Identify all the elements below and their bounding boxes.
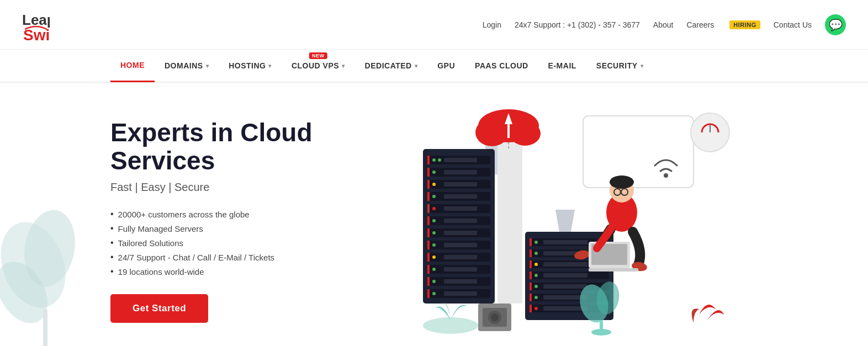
svg-rect-21 bbox=[444, 158, 477, 162]
nav-paas-cloud[interactable]: PAAS CLOUD bbox=[465, 49, 538, 82]
svg-marker-13 bbox=[555, 210, 575, 232]
whatsapp-icon: 💬 bbox=[829, 18, 843, 31]
nav-domains[interactable]: DOMAINS ▾ bbox=[155, 49, 219, 82]
whatsapp-button[interactable]: 💬 bbox=[825, 14, 846, 35]
about-link[interactable]: About bbox=[653, 20, 674, 29]
svg-point-74 bbox=[534, 252, 538, 255]
svg-rect-69 bbox=[530, 238, 532, 246]
svg-rect-65 bbox=[444, 291, 477, 296]
hiring-badge: HIRING bbox=[729, 20, 760, 29]
svg-point-86 bbox=[534, 285, 538, 288]
svg-point-56 bbox=[432, 268, 436, 271]
svg-rect-45 bbox=[444, 231, 477, 235]
svg-rect-85 bbox=[530, 283, 532, 290]
svg-rect-53 bbox=[444, 255, 477, 259]
svg-point-48 bbox=[432, 243, 436, 247]
logo[interactable]: Leap Switch bbox=[22, 8, 50, 41]
chevron-down-icon: ▾ bbox=[268, 63, 272, 69]
svg-rect-5 bbox=[43, 309, 47, 346]
svg-rect-29 bbox=[444, 182, 477, 187]
svg-point-107 bbox=[610, 175, 634, 189]
svg-rect-41 bbox=[444, 219, 477, 223]
bullet-item: Fully Managed Servers bbox=[110, 223, 387, 233]
svg-rect-59 bbox=[427, 277, 430, 286]
svg-point-70 bbox=[534, 241, 538, 244]
svg-rect-7 bbox=[583, 116, 694, 188]
svg-rect-115 bbox=[589, 268, 638, 272]
nav-cloud-vps[interactable]: NEW CLOUD VPS ▾ bbox=[282, 49, 355, 82]
chevron-down-icon: ▾ bbox=[641, 63, 644, 69]
svg-point-102 bbox=[510, 121, 541, 146]
svg-rect-27 bbox=[427, 180, 430, 189]
chevron-down-icon: ▾ bbox=[415, 63, 418, 69]
svg-rect-89 bbox=[530, 294, 532, 301]
svg-point-52 bbox=[432, 255, 436, 259]
nav-home[interactable]: HOME bbox=[110, 49, 155, 82]
svg-rect-93 bbox=[530, 305, 532, 312]
svg-rect-61 bbox=[444, 279, 477, 284]
svg-rect-43 bbox=[427, 228, 430, 237]
svg-point-40 bbox=[432, 219, 436, 222]
svg-rect-23 bbox=[427, 168, 430, 177]
svg-rect-77 bbox=[530, 260, 532, 268]
main-nav: HOME DOMAINS ▾ HOSTING ▾ NEW CLOUD VPS ▾… bbox=[0, 50, 868, 83]
svg-rect-51 bbox=[427, 253, 430, 262]
bullet-item: Tailored Solutions bbox=[110, 238, 387, 248]
svg-point-78 bbox=[534, 263, 538, 266]
chevron-down-icon: ▾ bbox=[342, 63, 345, 69]
svg-rect-73 bbox=[530, 249, 532, 257]
bullet-item: 24/7 Support - Chat / Call / E-Mail / Ti… bbox=[110, 252, 387, 262]
svg-point-64 bbox=[432, 292, 436, 295]
svg-rect-18 bbox=[427, 156, 430, 164]
svg-point-36 bbox=[432, 207, 436, 210]
hero-content: Experts in Cloud Services Fast | Easy | … bbox=[110, 119, 387, 323]
svg-rect-33 bbox=[444, 194, 477, 199]
svg-rect-63 bbox=[427, 289, 430, 298]
chevron-down-icon: ▾ bbox=[206, 63, 209, 69]
svg-point-101 bbox=[475, 119, 509, 146]
svg-point-60 bbox=[432, 280, 436, 283]
nav-gpu[interactable]: GPU bbox=[427, 49, 465, 82]
svg-point-28 bbox=[432, 183, 436, 186]
svg-rect-57 bbox=[444, 267, 477, 272]
hero-title: Experts in Cloud Services bbox=[110, 119, 387, 174]
svg-rect-79 bbox=[543, 262, 588, 267]
bullet-item: 19 locations world-wide bbox=[110, 267, 387, 276]
svg-rect-31 bbox=[427, 192, 430, 201]
svg-rect-49 bbox=[444, 243, 477, 247]
svg-point-82 bbox=[534, 274, 538, 277]
svg-point-20 bbox=[438, 158, 441, 162]
svg-text:Leap: Leap bbox=[22, 12, 50, 28]
svg-rect-47 bbox=[427, 241, 430, 249]
svg-rect-66 bbox=[497, 138, 522, 304]
top-bar: Leap Switch Login 24x7 Support : +1 (302… bbox=[0, 0, 868, 50]
hero-bullet-list: 20000+ customers across the globe Fully … bbox=[110, 209, 387, 276]
hero-svg-illustration bbox=[406, 105, 738, 337]
svg-point-44 bbox=[432, 231, 436, 235]
svg-rect-87 bbox=[543, 284, 588, 289]
hero-section: Experts in Cloud Services Fast | Easy | … bbox=[0, 83, 868, 346]
svg-point-120 bbox=[591, 329, 611, 336]
hero-subtitle: Fast | Easy | Secure bbox=[110, 181, 387, 194]
contact-us-link[interactable]: Contact Us bbox=[774, 20, 812, 29]
nav-security[interactable]: SECURITY ▾ bbox=[586, 49, 653, 82]
nav-hosting[interactable]: HOSTING ▾ bbox=[219, 49, 282, 82]
nav-email[interactable]: E-MAIL bbox=[538, 49, 586, 82]
svg-point-99 bbox=[491, 313, 499, 321]
get-started-button[interactable]: Get Started bbox=[110, 294, 208, 323]
new-badge: NEW bbox=[309, 52, 327, 59]
svg-point-19 bbox=[432, 158, 436, 162]
svg-rect-37 bbox=[444, 206, 477, 211]
svg-rect-83 bbox=[543, 273, 588, 278]
hero-illustration bbox=[387, 105, 758, 337]
svg-point-116 bbox=[664, 173, 668, 178]
login-link[interactable]: Login bbox=[483, 20, 501, 29]
nav-dedicated[interactable]: DEDICATED ▾ bbox=[355, 49, 428, 82]
top-nav: Login 24x7 Support : +1 (302) - 357 - 36… bbox=[483, 14, 846, 35]
svg-point-94 bbox=[534, 307, 538, 310]
bullet-item: 20000+ customers across the globe bbox=[110, 209, 387, 219]
svg-rect-55 bbox=[427, 265, 430, 274]
svg-rect-71 bbox=[543, 240, 588, 244]
svg-point-121 bbox=[423, 317, 478, 334]
decorative-plant-left bbox=[0, 127, 94, 346]
